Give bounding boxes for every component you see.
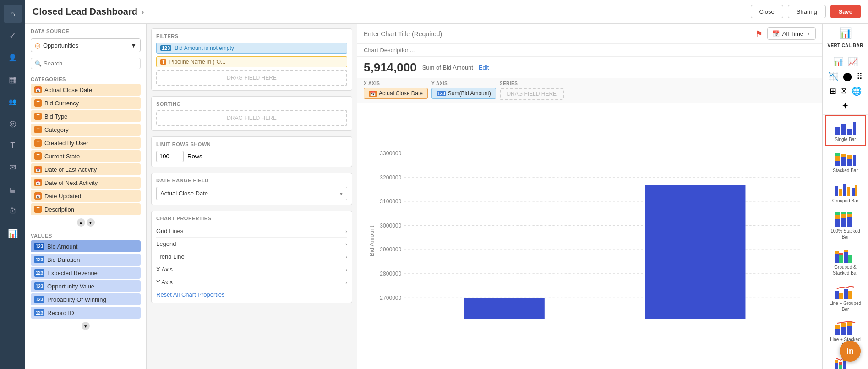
special-chart-icon[interactable]: ✦ xyxy=(840,99,851,113)
chart-stat-number: 5,914,000 xyxy=(364,60,417,75)
data-source-value: Opportunities xyxy=(43,42,78,49)
svg-rect-36 xyxy=(835,212,840,215)
line-chart-icon[interactable]: 📈 xyxy=(846,55,860,69)
chart-type-grouped-stacked-bar[interactable]: Grouped & Stacked Bar xyxy=(825,244,866,279)
pie-chart-icon[interactable]: ⬤ xyxy=(841,70,854,83)
list-item[interactable]: T Category xyxy=(31,124,141,136)
scroll-up-button[interactable]: ▲ xyxy=(77,218,85,227)
list-item[interactable]: 123 Record ID xyxy=(31,307,141,319)
people-icon[interactable]: 👥 xyxy=(4,92,22,111)
edit-link[interactable]: Edit xyxy=(479,64,489,71)
list-item[interactable]: 📅 Date Updated xyxy=(31,190,141,202)
data-source-select[interactable]: ◎Opportunities ▼ xyxy=(31,38,141,52)
globe-chart-icon[interactable]: 🌐 xyxy=(850,84,863,98)
values-scroll-down[interactable]: ▼ xyxy=(82,322,90,330)
trend-line-row[interactable]: Trend Line › xyxy=(156,250,347,263)
scatter-chart-icon[interactable]: ⠿ xyxy=(855,70,864,83)
single-bar-label: Single Bar xyxy=(835,136,856,142)
list-item[interactable]: 123 Bid Amount xyxy=(31,240,141,252)
chart-type-100-stacked-bar[interactable]: 100% 100% Stacked Bar xyxy=(825,207,866,243)
list-item[interactable]: 123 Probability Of Winning xyxy=(31,293,141,305)
chart-type-stacked-bar[interactable]: Stacked Bar xyxy=(825,147,866,176)
legend-row[interactable]: Legend › xyxy=(156,238,347,250)
top-bar-actions: Close Sharing Save xyxy=(751,5,861,18)
search-input[interactable] xyxy=(44,60,136,67)
sharing-button[interactable]: Sharing xyxy=(788,5,826,18)
filter-tag-pipeline[interactable]: T Pipeline Name In ("O... xyxy=(156,56,347,67)
vertical-bar-main-icon[interactable]: 📊 xyxy=(839,27,852,39)
text-icon[interactable]: T xyxy=(4,136,22,155)
list-item[interactable]: 📅 Date of Last Activity xyxy=(31,163,141,175)
categories-list: 📅 Actual Close Date T Bid Currency T Bid… xyxy=(25,84,146,217)
list-item[interactable]: 123 Opportunity Value xyxy=(31,280,141,292)
list-item[interactable]: T Created By User xyxy=(31,137,141,149)
chart-stat-row: 5,914,000 Sum of Bid Amount Edit xyxy=(357,57,822,78)
x-axis-box: X AXIS 📅 Actual Close Date xyxy=(364,81,428,100)
filters-label: FILTERS xyxy=(156,33,347,39)
insightly-badge[interactable]: in xyxy=(840,341,861,362)
calendar-icon[interactable]: ▦ xyxy=(4,180,22,199)
contacts-icon[interactable]: 👤 xyxy=(4,49,22,67)
grid-lines-row[interactable]: Grid Lines › xyxy=(156,225,347,238)
search-icon: 🔍 xyxy=(35,60,42,67)
y-axis-tag[interactable]: 123 Sum(Bid Amount) xyxy=(431,88,496,99)
chart-properties-label: CHART PROPERTIES xyxy=(156,216,347,221)
chart-icon[interactable]: 📊 xyxy=(4,224,22,243)
time-filter-select[interactable]: 📅 All Time ▼ xyxy=(767,27,816,40)
scroll-down-button[interactable]: ▼ xyxy=(87,218,95,227)
date-range-select[interactable]: Actual Close Date xyxy=(156,187,347,200)
clock-icon[interactable]: ⏱ xyxy=(4,202,22,221)
funnel-chart-icon[interactable]: ⧖ xyxy=(839,84,849,98)
check-icon[interactable]: ✓ xyxy=(4,27,22,45)
svg-rect-41 xyxy=(847,214,852,217)
x-axis-row[interactable]: X Axis › xyxy=(156,263,347,276)
grouped-stacked-bar-label: Grouped & Stacked Bar xyxy=(827,264,864,276)
svg-rect-46 xyxy=(839,255,843,263)
reset-chart-properties-link[interactable]: Reset All Chart Properties xyxy=(156,291,225,298)
list-item[interactable]: T Current State xyxy=(31,150,141,162)
categories-label: CATEGORIES xyxy=(25,72,146,84)
bar-1[interactable] xyxy=(464,298,544,319)
chart-title-input[interactable] xyxy=(364,30,751,38)
dropdown-chevron-icon: ▼ xyxy=(806,31,811,36)
list-item[interactable]: T Bid Currency xyxy=(31,97,141,109)
close-button[interactable]: Close xyxy=(751,5,783,18)
svg-rect-59 xyxy=(847,326,852,335)
list-item[interactable]: 123 Expected Revenue xyxy=(31,267,141,279)
text-icon: T xyxy=(34,206,42,213)
chart-type-grouped-bar[interactable]: Grouped Bar xyxy=(825,177,866,206)
limit-rows-input[interactable] xyxy=(156,151,184,162)
100-stacked-bar-label: 100% Stacked Bar xyxy=(827,228,864,240)
filter-drag-zone[interactable]: DRAG FIELD HERE xyxy=(156,70,347,86)
svg-text:3100000: 3100000 xyxy=(380,198,401,205)
list-item[interactable]: 📅 Date of Next Activity xyxy=(31,177,141,189)
filter-tag-bid-amount[interactable]: 123 Bid Amount is not empty xyxy=(156,43,347,54)
svg-rect-18 xyxy=(847,129,852,135)
home-icon[interactable]: ⌂ xyxy=(4,5,22,23)
save-button[interactable]: Save xyxy=(830,5,861,18)
chart-description-input[interactable] xyxy=(364,47,816,54)
list-item[interactable]: T Bid Type xyxy=(31,110,141,122)
grid-chart-icon[interactable]: ⊞ xyxy=(828,84,838,98)
date-icon: 📅 xyxy=(34,192,42,200)
mail-icon[interactable]: ✉ xyxy=(4,158,22,177)
sorting-drag-zone[interactable]: DRAG FIELD HERE xyxy=(156,110,347,126)
date-icon: 📅 xyxy=(34,179,42,186)
x-axis-tag[interactable]: 📅 Actual Close Date xyxy=(364,88,428,99)
table-icon[interactable]: ▦ xyxy=(4,71,22,89)
chart-stat-label: Sum of Bid Amount xyxy=(422,64,473,71)
list-item[interactable]: 123 Bid Duration xyxy=(31,254,141,266)
target-icon[interactable]: ◎ xyxy=(4,114,22,133)
bar-2[interactable] xyxy=(645,185,745,319)
list-item[interactable]: T Description xyxy=(31,203,141,215)
y-axis-row[interactable]: Y Axis › xyxy=(156,276,347,288)
area-chart-icon[interactable]: 📉 xyxy=(826,70,840,83)
series-drag-zone[interactable]: DRAG FIELD HERE xyxy=(500,88,564,100)
chart-type-line-grouped-bar[interactable]: Line + Grouped Bar xyxy=(825,280,866,315)
svg-rect-29 xyxy=(839,189,842,196)
svg-rect-23 xyxy=(841,157,846,166)
chart-type-single-bar[interactable]: Single Bar xyxy=(825,115,866,146)
list-item[interactable]: 📅 Actual Close Date xyxy=(31,84,141,96)
middle-panel: FILTERS 123 Bid Amount is not empty T Pi… xyxy=(147,24,357,369)
bar-chart-icon[interactable]: 📊 xyxy=(831,55,845,69)
